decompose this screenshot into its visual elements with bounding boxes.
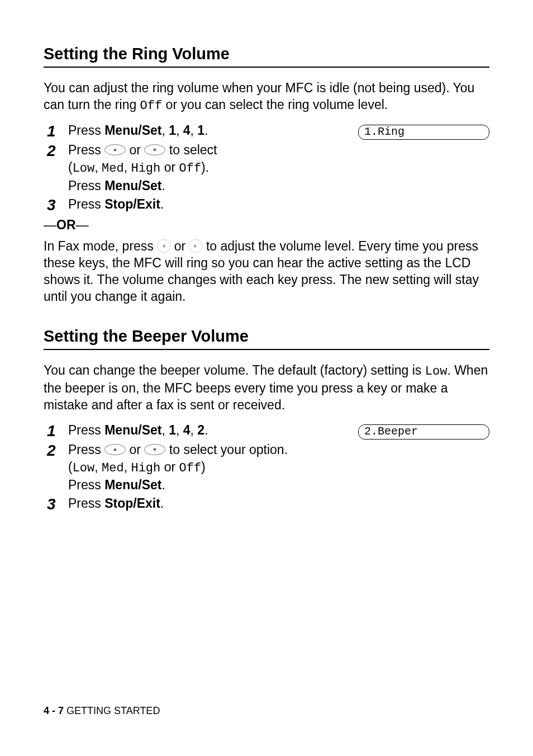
text: Press bbox=[68, 423, 104, 437]
text: . bbox=[160, 197, 164, 211]
text: , bbox=[124, 160, 131, 174]
text: or bbox=[174, 239, 189, 253]
menuset-label: Menu/Set bbox=[104, 478, 161, 492]
stopexit-label: Stop/Exit bbox=[104, 496, 160, 511]
step-body: Press Menu/Set, 1, 4, 1. bbox=[68, 122, 336, 139]
step-1: 1 Press Menu/Set, 1, 4, 2. 2.Beeper bbox=[47, 422, 489, 440]
menuset-label: Menu/Set bbox=[104, 178, 161, 193]
text: Press bbox=[68, 442, 104, 457]
text: . bbox=[160, 496, 164, 511]
key-1: 1 bbox=[169, 123, 176, 138]
intro-text: You can change the beeper volume. The de… bbox=[44, 363, 425, 377]
step-2: 2 Press or to select your option. (Low, … bbox=[47, 441, 489, 494]
text: . bbox=[204, 123, 208, 138]
step-2: 2 Press or to select (Low, Med, High or … bbox=[47, 141, 489, 195]
intro-text-suffix: or you can select the ring volume level. bbox=[162, 97, 388, 112]
text: , bbox=[176, 123, 183, 138]
footer-label: GETTING STARTED bbox=[64, 705, 160, 716]
step-body: Press Stop/Exit. bbox=[68, 196, 489, 213]
text: to select bbox=[169, 143, 217, 157]
step-body: Press or to select (Low, Med, High or Of… bbox=[68, 141, 489, 195]
lcd-wrapper: 2.Beeper bbox=[336, 422, 489, 440]
stopexit-label: Stop/Exit bbox=[104, 197, 160, 211]
text: , bbox=[124, 460, 131, 474]
step-body: Press Menu/Set, 1, 4, 2. bbox=[68, 422, 336, 439]
text: , bbox=[176, 423, 183, 437]
step-1: 1 Press Menu/Set, 1, 4, 1. 1.Ring bbox=[47, 122, 489, 140]
step-body: Press or to select your option. (Low, Me… bbox=[68, 441, 489, 494]
step-number: 3 bbox=[47, 196, 68, 214]
key-1: 1 bbox=[169, 423, 176, 437]
text: ( bbox=[68, 160, 73, 174]
text: or bbox=[160, 160, 179, 174]
text: , bbox=[161, 423, 169, 437]
down-arrow-icon bbox=[144, 444, 165, 455]
code-high: High bbox=[131, 162, 160, 176]
code-off: Off bbox=[179, 162, 202, 176]
up-arrow-icon bbox=[104, 144, 126, 155]
code-low: Low bbox=[425, 365, 448, 379]
text: . bbox=[161, 478, 165, 492]
key-1b: 1 bbox=[197, 123, 204, 138]
menuset-label: Menu/Set bbox=[104, 423, 161, 437]
step-3: 3 Press Stop/Exit. bbox=[47, 196, 489, 214]
code-low: Low bbox=[73, 461, 95, 475]
code-med: Med bbox=[102, 461, 124, 475]
text: Press bbox=[68, 143, 104, 157]
text: , bbox=[94, 460, 102, 474]
key-4: 4 bbox=[183, 423, 191, 437]
or-label: OR bbox=[56, 218, 76, 232]
text: , bbox=[94, 160, 102, 174]
text: , bbox=[191, 123, 198, 138]
code-off: Off bbox=[179, 461, 202, 475]
step-number: 1 bbox=[47, 422, 68, 440]
lcd-display: 2.Beeper bbox=[358, 424, 489, 440]
menuset-label: Menu/Set bbox=[104, 123, 161, 138]
text: ). bbox=[201, 160, 209, 174]
step-number: 1 bbox=[47, 122, 68, 140]
key-4: 4 bbox=[183, 123, 191, 138]
code-med: Med bbox=[102, 162, 124, 176]
text: . bbox=[161, 178, 165, 193]
steps-ring: 1 Press Menu/Set, 1, 4, 1. 1.Ring 2 Pres… bbox=[44, 122, 489, 214]
text: Press bbox=[68, 478, 104, 492]
step-number: 2 bbox=[47, 141, 68, 160]
lcd-wrapper: 1.Ring bbox=[336, 122, 489, 140]
fax-mode-note: In Fax mode, press or to adjust the volu… bbox=[44, 238, 489, 305]
up-arrow-icon bbox=[104, 444, 126, 455]
heading-beeper-volume: Setting the Beeper Volume bbox=[44, 327, 489, 350]
text: Press bbox=[68, 123, 104, 138]
code-off: Off bbox=[140, 99, 163, 113]
text: or bbox=[160, 460, 179, 474]
text: or bbox=[130, 143, 145, 157]
code-low: Low bbox=[73, 162, 95, 176]
step-number: 3 bbox=[47, 495, 68, 513]
step-number: 2 bbox=[47, 441, 68, 460]
text: Press bbox=[68, 197, 104, 211]
code-high: High bbox=[131, 461, 160, 475]
intro-beeper: You can change the beeper volume. The de… bbox=[44, 362, 489, 413]
text: , bbox=[161, 123, 169, 138]
heading-ring-volume: Setting the Ring Volume bbox=[44, 45, 489, 68]
page-number: 4 - 7 bbox=[44, 705, 64, 716]
text: to select your option. bbox=[169, 442, 288, 457]
steps-beeper: 1 Press Menu/Set, 1, 4, 2. 2.Beeper 2 Pr… bbox=[44, 422, 489, 513]
page-footer: 4 - 7 GETTING STARTED bbox=[44, 705, 160, 717]
key-2: 2 bbox=[197, 423, 204, 437]
text: , bbox=[191, 423, 198, 437]
intro-ring: You can adjust the ring volume when your… bbox=[44, 80, 489, 114]
step-3: 3 Press Stop/Exit. bbox=[47, 495, 489, 513]
left-arrow-icon bbox=[157, 239, 170, 253]
text: In Fax mode, press bbox=[44, 239, 157, 253]
text: ) bbox=[201, 460, 206, 474]
down-arrow-icon bbox=[144, 144, 165, 155]
text: Press bbox=[68, 496, 104, 511]
text: or bbox=[130, 442, 145, 457]
text: Press bbox=[68, 178, 104, 193]
or-divider: —OR— bbox=[44, 218, 489, 233]
right-arrow-icon bbox=[189, 239, 202, 253]
lcd-display: 1.Ring bbox=[358, 125, 489, 140]
step-body: Press Stop/Exit. bbox=[68, 495, 489, 512]
text: ( bbox=[68, 460, 73, 474]
